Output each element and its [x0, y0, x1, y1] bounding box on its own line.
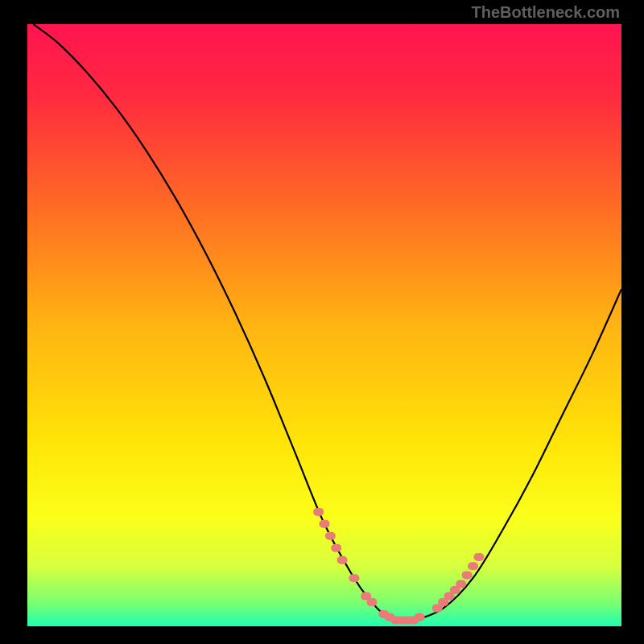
highlight-dots — [313, 508, 484, 625]
marker-dot — [331, 544, 341, 552]
marker-dot — [462, 571, 473, 579]
marker-dot — [468, 562, 478, 570]
marker-dot — [325, 532, 336, 540]
marker-dot — [337, 556, 348, 564]
marker-dot — [367, 598, 378, 606]
bottleneck-curve — [33, 24, 621, 621]
canvas-frame: TheBottleneck.com — [0, 0, 644, 644]
marker-dot — [415, 613, 425, 621]
attribution-text: TheBottleneck.com — [472, 3, 620, 22]
plot-area — [27, 24, 621, 626]
marker-dot — [473, 553, 484, 561]
marker-dot — [320, 520, 330, 528]
marker-dot — [349, 574, 359, 582]
chart-svg — [27, 24, 621, 626]
marker-dot — [456, 580, 466, 588]
marker-dot — [313, 508, 324, 516]
